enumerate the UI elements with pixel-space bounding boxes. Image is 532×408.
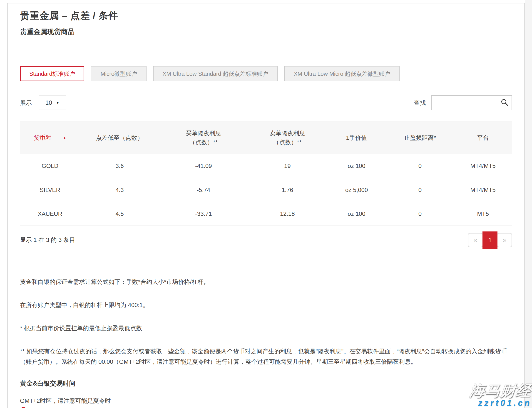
chevron-down-icon: ▼ <box>56 101 60 105</box>
tab-ultra-low-standard-account[interactable]: XM Ultra Low Standard 超低点差标准账户 <box>153 66 278 81</box>
cell-spread: 3.6 <box>80 154 159 178</box>
cell-symbol: SILVER <box>20 178 80 202</box>
table-row-silver: SILVER 4.3 -5.74 1.76 oz 5,000 0 MT4/MT5 <box>20 178 512 202</box>
cell-platform: MT4/MT5 <box>454 154 512 178</box>
column-header-symbol-label: 货币对 <box>34 134 51 141</box>
search-icon <box>501 99 508 107</box>
tab-micro-account[interactable]: Micro微型账户 <box>91 66 146 81</box>
page-title: 贵重金属 – 点差 / 条件 <box>20 10 512 21</box>
search-input[interactable] <box>431 95 512 110</box>
table-controls: 展示 10 ▼ 查找 <box>20 95 512 110</box>
table-header-row: 货币对▲ 点差低至（点数） 买单隔夜利息 （点数）** 卖单隔夜利息 （点数）*… <box>20 121 512 154</box>
column-header-limit-stop-level[interactable]: 止盈损距离* <box>386 121 454 154</box>
table-row-gold: GOLD 3.6 -41.09 19 oz 100 0 MT4/MT5 <box>20 154 512 178</box>
column-header-spread[interactable]: 点差低至（点数） <box>80 121 159 154</box>
page-size-value: 10 <box>45 99 52 106</box>
page-subtitle: 贵重金属现货商品 <box>20 28 512 36</box>
margin-formula-note: 黄金和白银的保证金需求计算公式如下：手数*合约大小*市场价格/杠杆。 <box>20 277 512 287</box>
footnotes: 黄金和白银的保证金需求计算公式如下：手数*合约大小*市场价格/杠杆。 在所有账户… <box>20 277 512 367</box>
page-size-select[interactable]: 10 ▼ <box>39 95 66 110</box>
search-control: 查找 <box>414 95 512 110</box>
section-divider <box>20 264 512 264</box>
cell-swap-short: 1.76 <box>248 178 327 202</box>
tab-ultra-low-micro-account[interactable]: XM Ultra Low Micro 超低点差微型账户 <box>284 66 399 81</box>
spreads-table: 货币对▲ 点差低至（点数） 买单隔夜利息 （点数）** 卖单隔夜利息 （点数）*… <box>20 121 512 226</box>
stop-level-note: * 根据当前市价设置挂单的最低止损盈最低点数 <box>20 323 512 333</box>
cell-lot-value: oz 100 <box>327 202 386 226</box>
silver-leverage-note: 在所有账户类型中，白银的杠杆上限均为 400:1。 <box>20 300 512 310</box>
column-header-lot-value[interactable]: 1手价值 <box>327 121 386 154</box>
cell-lot-value: oz 5,000 <box>327 178 386 202</box>
page-size-control: 展示 10 ▼ <box>20 95 66 110</box>
cell-swap-long: -33.71 <box>159 202 248 226</box>
cell-platform: MT5 <box>454 202 512 226</box>
cell-swap-long: -5.74 <box>159 178 248 202</box>
cell-swap-long: -41.09 <box>159 154 248 178</box>
tab-standard-account[interactable]: Standard标准账户 <box>20 66 84 81</box>
pagination-next-button[interactable]: » <box>497 233 512 247</box>
pagination: « 1 » <box>468 231 512 249</box>
pagination-page-1-button[interactable]: 1 <box>482 231 497 249</box>
pagination-prev-button[interactable]: « <box>468 233 483 247</box>
column-header-platform[interactable]: 平台 <box>454 121 512 154</box>
cell-lot-value: oz 100 <box>327 154 386 178</box>
cell-spread: 4.5 <box>80 202 159 226</box>
cell-spread: 4.3 <box>80 178 159 202</box>
table-footer: 显示 1 在 3 的 3 条目 « 1 » <box>20 231 512 249</box>
timezone-note: GMT+2时区，请注意可能是夏令时 <box>20 397 512 405</box>
account-type-tabs: Standard标准账户 Micro微型账户 XM Ultra Low Stan… <box>20 66 512 81</box>
search-label: 查找 <box>414 99 426 107</box>
column-header-swap-long[interactable]: 买单隔夜利息 （点数）** <box>159 121 248 154</box>
swap-explanation-note: ** 如果您有仓位持仓过夜的话，那么您会支付或者获取一些金额，该金额便是两个货币… <box>20 346 512 367</box>
search-box <box>431 95 512 110</box>
content-panel: 贵重金属 – 点差 / 条件 贵重金属现货商品 Standard标准账户 Mic… <box>7 3 525 408</box>
trading-hours-heading: 黄金&白银交易时间 <box>20 379 512 388</box>
sort-ascending-icon: ▲ <box>63 136 66 140</box>
cell-symbol: XAUEUR <box>20 202 80 226</box>
column-header-swap-short[interactable]: 卖单隔夜利息 （点数）** <box>248 121 327 154</box>
cell-platform: MT4/MT5 <box>454 178 512 202</box>
cell-symbol: GOLD <box>20 154 80 178</box>
cell-swap-short: 12.18 <box>248 202 327 226</box>
cell-limit-stop: 0 <box>386 202 454 226</box>
page-right-gutter <box>525 0 532 408</box>
trading-hours-weekdays-label: 周一 – 周四: 01:05 – 23:55 <box>29 407 99 408</box>
cell-swap-short: 19 <box>248 154 327 178</box>
column-header-symbol[interactable]: 货币对▲ <box>20 121 80 154</box>
table-row-xaueur: XAUEUR 4.5 -33.71 12.18 oz 100 0 MT5 <box>20 202 512 226</box>
trading-hours-weekdays: 周一 – 周四: 01:05 – 23:55 <box>20 407 512 408</box>
cell-limit-stop: 0 <box>386 154 454 178</box>
show-label: 展示 <box>20 99 32 107</box>
cell-limit-stop: 0 <box>386 178 454 202</box>
clock-icon <box>20 407 27 408</box>
entries-info: 显示 1 在 3 的 3 条目 <box>20 236 75 244</box>
